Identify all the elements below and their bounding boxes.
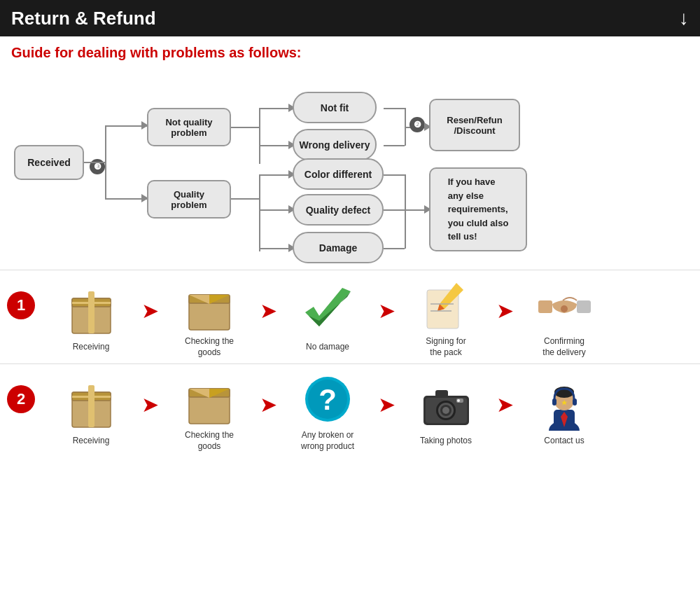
resen-refund-box: Resen/Refun /Discount [429, 99, 520, 151]
line-colordiff-right [384, 174, 405, 176]
step-receiving-1: Receiving [42, 283, 140, 353]
step-label-signing-1: Signing forthe pack [426, 336, 465, 358]
wrong-delivery-box: Wrong delivery [293, 129, 377, 160]
step-label-contact-2: Contact us [544, 436, 584, 447]
arrow-2-4: ➤ [496, 392, 514, 417]
process-row-2: 2 Receiving ➤ [7, 371, 693, 452]
svg-point-37 [457, 399, 460, 402]
arrow-2-1: ➤ [141, 392, 159, 417]
receiving-icon-2 [59, 377, 122, 433]
not-quality-problem-box: Not quality problem [147, 108, 231, 146]
step-confirming-1: Confirmingthe delivery [515, 277, 613, 358]
step-broken-2: ? Any broken orwrong product [279, 371, 377, 452]
process-section-1: 1 Receiving ➤ [0, 270, 700, 358]
svg-rect-16 [577, 300, 591, 313]
step-number-2: 2 [7, 385, 35, 413]
nodamage-icon-1 [296, 283, 359, 339]
color-different-box: Color different [293, 158, 384, 190]
svg-rect-15 [538, 300, 552, 313]
receiving-icon-1 [59, 283, 122, 339]
quality-defect-box: Quality defect [293, 194, 384, 226]
received-box: Received [14, 145, 84, 180]
line-bot-merge-v [405, 174, 406, 249]
confirming-icon-1 [533, 277, 596, 333]
damage-box: Damage [293, 232, 384, 263]
badge-2: ❷ [410, 117, 425, 132]
quality-problem-box: Quality problem [147, 180, 231, 219]
line-damage-right [384, 248, 405, 249]
arrow-2-3: ➤ [378, 392, 396, 417]
page-header: Return & Refund ↓ [0, 0, 700, 36]
step-label-checking-1: Checking thegoods [185, 336, 234, 358]
step-signing-1: Signing forthe pack [397, 277, 495, 358]
svg-point-17 [561, 305, 568, 312]
step-label-photos-2: Taking photos [420, 436, 472, 447]
svg-text:?: ? [318, 383, 337, 416]
line-qualdef-right [384, 209, 405, 211]
checking-icon-1 [178, 277, 241, 333]
svg-rect-3 [72, 302, 111, 304]
arrow-1-3: ➤ [378, 298, 396, 323]
line-fork-bot-v [259, 174, 260, 251]
line-top-h [105, 125, 147, 127]
process-row-1: 1 Receiving ➤ [7, 277, 693, 358]
step-checking-2: Checking thegoods [160, 371, 258, 452]
svg-point-34 [442, 407, 449, 414]
process-section-2: 2 Receiving ➤ [0, 363, 700, 452]
guide-subtitle: Guide for dealing with problems as follo… [0, 36, 700, 67]
if-you-have-box: If you have any else requirements, you c… [429, 167, 527, 251]
line-notfit-right [384, 108, 405, 109]
flow-diagram: Received ❸ Not quality problem Quality p… [0, 67, 700, 270]
svg-marker-8 [305, 288, 351, 326]
svg-rect-43 [573, 399, 577, 406]
step-nodamage-1: No damage [279, 283, 377, 353]
line-qp-out [231, 198, 259, 200]
svg-rect-20 [88, 385, 94, 427]
step-number-1: 1 [7, 291, 35, 319]
not-fit-box: Not fit [293, 92, 377, 123]
process-steps-1: Receiving ➤ Checking thegoods ➤ [35, 277, 693, 358]
step-label-broken-2: Any broken orwrong product [301, 430, 354, 452]
contact-icon-2 [533, 377, 596, 433]
step-checking-1: Checking thegoods [160, 277, 258, 358]
step-label-nodamage-1: No damage [306, 342, 349, 353]
line-nqp-out [231, 127, 259, 128]
arrow-1-1: ➤ [141, 298, 159, 323]
line-fork-v [105, 125, 106, 199]
line-bot-h [105, 198, 147, 200]
svg-rect-35 [435, 390, 448, 397]
step-photos-2: Taking photos [397, 377, 495, 447]
line1 [84, 162, 105, 163]
down-arrow-icon: ↓ [679, 7, 689, 29]
step-label-receiving-2: Receiving [73, 436, 110, 447]
step-contact-2: Contact us [515, 377, 613, 447]
svg-rect-21 [72, 396, 111, 398]
process-steps-2: Receiving ➤ Checking thegoods ➤ [35, 371, 693, 452]
svg-rect-42 [552, 399, 556, 406]
line-wrongdel-right [384, 145, 405, 146]
line-fork-top-v [259, 108, 260, 164]
step-receiving-2: Receiving [42, 377, 140, 447]
step-label-confirming-1: Confirmingthe delivery [542, 336, 585, 358]
step-label-receiving-1: Receiving [73, 342, 110, 353]
checking-icon-2 [178, 371, 241, 427]
arrow-2-2: ➤ [260, 392, 277, 417]
page-title: Return & Refund [11, 8, 156, 29]
step-label-checking-2: Checking thegoods [185, 430, 234, 452]
svg-rect-2 [88, 291, 94, 333]
photos-icon-2 [414, 377, 477, 433]
flow-container: Received ❸ Not quality problem Quality p… [7, 69, 693, 265]
arrow-1-2: ➤ [260, 298, 277, 323]
broken-icon-2: ? [296, 371, 359, 427]
signing-icon-1 [414, 277, 477, 333]
arrow-1-4: ➤ [496, 298, 514, 323]
